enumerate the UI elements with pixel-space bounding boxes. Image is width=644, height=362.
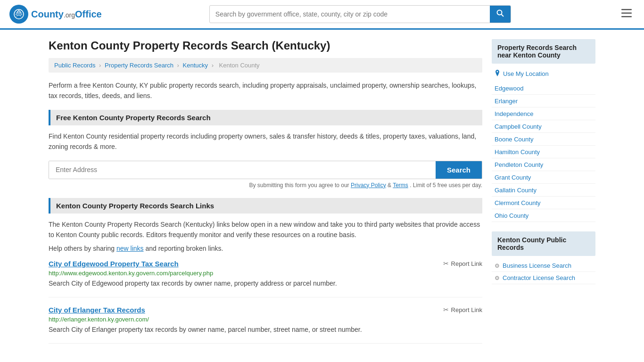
sidebar-item-boone[interactable]: Boone County (492, 133, 595, 146)
svg-rect-4 (621, 9, 632, 10)
link-item-edgewood: City of Edgewood Property Tax Search ✂ R… (49, 260, 482, 297)
sidebar-nearby-section: Property Records Search near Kenton Coun… (492, 39, 595, 222)
sidebar-item-grant[interactable]: Grant County (492, 171, 595, 184)
link-url-edgewood[interactable]: http://www.edgewood.kenton.ky.govern.com… (49, 270, 482, 277)
breadcrumb-kentucky[interactable]: Kentucky (183, 62, 208, 69)
link-item-erlanger: City of Erlanger Tax Records ✂ Report Li… (49, 306, 482, 344)
logo-name: County.orgOffice (31, 9, 102, 20)
sidebar-item-erlanger[interactable]: Erlanger (492, 95, 595, 107)
sidebar-item-business-license[interactable]: ⚙ Business License Search (492, 260, 595, 272)
links-section: Kenton County Property Records Search Li… (49, 198, 482, 344)
search-input-row: Search (49, 161, 482, 179)
sidebar: Property Records Search near Kenton Coun… (492, 39, 595, 352)
breadcrumb: Public Records › Property Records Search… (49, 58, 482, 73)
new-links-link[interactable]: new links (116, 245, 144, 252)
report-icon-2: ✂ (443, 306, 449, 313)
sidebar-item-hamilton[interactable]: Hamilton County (492, 146, 595, 158)
link-desc-erlanger: Search City of Erlanger property tax rec… (49, 325, 482, 335)
terms-link[interactable]: Terms (393, 182, 408, 189)
sidebar-public-records-heading: Kenton County Public Records (492, 231, 595, 256)
report-label-2: Report Link (451, 306, 482, 313)
hamburger-menu[interactable] (619, 5, 635, 23)
use-location-link[interactable]: Use My Location (503, 70, 549, 77)
sidebar-item-clermont[interactable]: Clermont County (492, 197, 595, 209)
ampersand: & (388, 182, 393, 189)
content-area: Kenton County Property Records Search (K… (49, 39, 482, 352)
sidebar-item-independence[interactable]: Independence (492, 107, 595, 120)
address-search-form: Search By submitting this form you agree… (49, 161, 482, 189)
disclaimer-text: By submitting this form you agree to our (249, 182, 349, 189)
sidebar-public-records-list: ⚙ Business License Search ⚙ Contractor L… (492, 260, 595, 284)
sidebar-item-ohio[interactable]: Ohio County (492, 209, 595, 222)
share-end: and reporting broken links. (145, 245, 223, 252)
use-location-row[interactable]: Use My Location (492, 67, 595, 80)
sidebar-item-campbell[interactable]: Campbell County (492, 120, 595, 133)
free-search-heading: Free Kenton County Property Records Sear… (49, 110, 482, 125)
links-description: The Kenton County Property Records Searc… (49, 219, 482, 240)
link-desc-edgewood: Search City of Edgewood property tax rec… (49, 279, 482, 288)
link-title-edgewood[interactable]: City of Edgewood Property Tax Search (49, 260, 179, 268)
logo-org: .org (64, 11, 75, 19)
report-link-1[interactable]: ✂ Report Link (443, 260, 482, 267)
link-title-erlanger[interactable]: City of Erlanger Tax Records (49, 306, 145, 314)
sidebar-nearby-heading: Property Records Search near Kenton Coun… (492, 39, 595, 64)
breadcrumb-kenton: Kenton County (219, 62, 260, 69)
address-search-button[interactable]: Search (436, 161, 482, 179)
free-search-description: Find Kenton County residential property … (49, 131, 482, 152)
report-link-2[interactable]: ✂ Report Link (443, 306, 482, 313)
sidebar-item-pendleton[interactable]: Pendleton County (492, 158, 595, 171)
sidebar-public-records-section: Kenton County Public Records ⚙ Business … (492, 231, 595, 284)
logo[interactable]: County.orgOffice (9, 5, 102, 24)
privacy-policy-link[interactable]: Privacy Policy (351, 182, 386, 189)
page-title: Kenton County Property Records Search (K… (49, 39, 482, 52)
share-prefix: Help others by sharing (49, 245, 115, 252)
breadcrumb-public-records[interactable]: Public Records (54, 62, 95, 69)
svg-point-2 (497, 10, 502, 15)
svg-line-3 (501, 15, 504, 17)
form-disclaimer: By submitting this form you agree to our… (49, 182, 482, 189)
report-label-1: Report Link (451, 260, 482, 267)
sidebar-item-edgewood[interactable]: Edgewood (492, 82, 595, 95)
address-search-input[interactable] (49, 161, 436, 179)
site-header: County.orgOffice (0, 0, 644, 30)
breadcrumb-sep-3: › (212, 62, 215, 69)
gear-icon-1: ⚙ (495, 263, 500, 269)
report-icon-1: ✂ (443, 260, 449, 267)
header-search-button[interactable] (490, 6, 511, 23)
breadcrumb-sep-1: › (99, 62, 103, 69)
link-item-header-1: City of Edgewood Property Tax Search ✂ R… (49, 260, 482, 268)
location-pin-icon (495, 70, 500, 78)
sidebar-item-contractor-license[interactable]: ⚙ Contractor License Search (492, 272, 595, 284)
page-description: Perform a free Kenton County, KY public … (49, 80, 482, 101)
link-item-header-2: City of Erlanger Tax Records ✂ Report Li… (49, 306, 482, 314)
disclaimer-end: . Limit of 5 free uses per day. (410, 182, 482, 189)
header-search-input[interactable] (210, 7, 490, 22)
sidebar-item-gallatin[interactable]: Gallatin County (492, 184, 595, 197)
breadcrumb-sep-2: › (177, 62, 181, 69)
link-url-erlanger[interactable]: http://erlanger.kenton.ky.govern.com/ (49, 316, 482, 323)
svg-rect-5 (621, 13, 632, 14)
svg-rect-6 (621, 16, 632, 17)
gear-icon-2: ⚙ (495, 275, 500, 281)
links-heading: Kenton County Property Records Search Li… (49, 198, 482, 214)
sidebar-nearby-list: Edgewood Erlanger Independence Campbell … (492, 82, 595, 222)
breadcrumb-property-records[interactable]: Property Records Search (105, 62, 173, 69)
header-search-bar[interactable] (209, 5, 511, 23)
share-text: Help others by sharing new links and rep… (49, 245, 482, 252)
main-container: Kenton County Property Records Search (K… (39, 30, 605, 362)
logo-icon (9, 5, 28, 24)
